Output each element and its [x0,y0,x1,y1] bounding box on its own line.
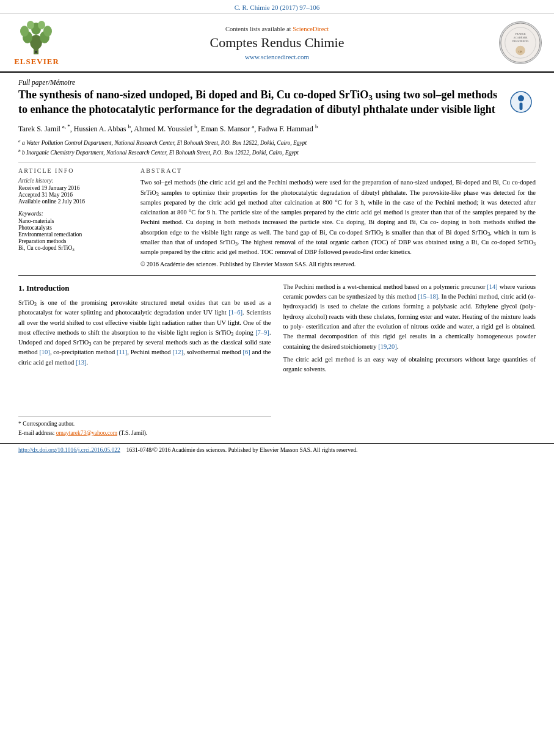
intro-para-2: The Pechini method is a wet-chemical met… [283,282,536,352]
info-abstract-columns: ARTICLE INFO Article history: Received 1… [18,167,536,269]
introduction-left-col: 1. Introduction SrTiO3 is one of the pro… [18,282,271,437]
journal-header: ELSEVIER Contents lists available at Sci… [0,14,554,73]
introduction-right-col: The Pechini method is a wet-chemical met… [283,282,536,437]
ref-19-20[interactable]: [19,20] [378,343,397,350]
svg-text:ACADÉMIE: ACADÉMIE [513,36,527,39]
abstract-header: ABSTRACT [140,167,536,174]
right-journal-logo: FRANCE ACADÉMIE DES SCIENCES CR [493,21,542,64]
affiliations: a a Water Pollution Control Department, … [18,139,536,158]
footnote-area: * Corresponding author. E-mail address: … [18,416,271,437]
contents-available-line: Contents lists available at ScienceDirec… [61,26,493,32]
email-name: (T.S. Jamil). [118,430,147,436]
keyword-4: Preparation methods [18,238,128,244]
svg-point-5 [43,26,52,37]
accepted-date: Accepted 31 May 2016 [18,192,128,198]
abstract-column: ABSTRACT Two sol–gel methods (the citric… [140,167,536,269]
available-date: Available online 2 July 2016 [18,198,128,205]
elsevier-wordmark: ELSEVIER [14,57,59,67]
history-label: Article history: [18,178,128,184]
svg-point-9 [35,51,37,53]
journal-seal: FRANCE ACADÉMIE DES SCIENCES CR [499,21,542,64]
keywords-block: Keywords: Nano-materials Photocatalysts … [18,211,128,251]
received-date: Received 19 January 2016 [18,185,128,191]
svg-point-18 [518,95,524,101]
svg-text:DES SCIENCES: DES SCIENCES [512,40,529,43]
ref-14[interactable]: [14] [487,283,498,290]
bottom-bar: http://dx.doi.org/10.1016/j.crci.2016.05… [0,443,554,455]
ref-12[interactable]: [12] [172,349,183,355]
issn-text: 1631-0748/© 2016 Académie des sciences. … [126,447,357,453]
ref-10[interactable]: [10] [39,349,50,355]
citation-bar: C. R. Chimie 20 (2017) 97–106 [0,0,554,14]
svg-point-8 [38,21,45,29]
citation-text: C. R. Chimie 20 (2017) 97–106 [235,4,320,11]
email-label: E-mail address: [18,430,56,436]
paper-type: Full paper/Mémoire [18,75,536,87]
article-info-header: ARTICLE INFO [18,167,128,174]
introduction-section: 1. Introduction SrTiO3 is one of the pro… [18,282,536,437]
keywords-label: Keywords: [18,211,128,217]
keyword-1: Nano-materials [18,218,128,224]
svg-text:FRANCE: FRANCE [515,32,526,35]
ref-13[interactable]: [13] [76,359,87,366]
keyword-2: Photocatalysts [18,225,128,231]
keyword-3: Environmental remediation [18,231,128,238]
svg-point-4 [20,26,29,37]
article-history-block: Article history: Received 19 January 201… [18,178,128,205]
copyright-notice: © 2016 Académie des sciences. Published … [140,260,536,269]
corresponding-author-note: * Corresponding author. [18,420,271,429]
crossmark-badge[interactable] [506,87,536,117]
email-link[interactable]: omaytarek73@yahoo.com [56,430,117,436]
elsevier-logo: ELSEVIER [12,19,61,67]
crossmark-icon [510,91,532,113]
abstract-body: Two sol–gel methods (the citric acid gel… [140,178,536,269]
svg-rect-19 [520,103,523,110]
ref-6[interactable]: [6] [243,349,250,355]
ref-7-9[interactable]: [7–9] [255,329,269,336]
svg-point-7 [27,21,34,29]
article-title: The synthesis of nano-sized undoped, Bi … [18,87,536,117]
journal-url[interactable]: www.sciencedirect.com [61,53,493,60]
ref-1-6[interactable]: [1–6] [228,309,242,316]
ref-15-18[interactable]: [15–18] [418,293,438,300]
journal-center-info: Contents lists available at ScienceDirec… [61,26,493,60]
authors-line: Tarek S. Jamil a, *, Hussien A. Abbas b,… [18,123,536,135]
divider-1 [18,162,536,162]
intro-heading: 1. Introduction [18,282,271,294]
affiliation-a: a a Water Pollution Control Department, … [18,139,536,147]
intro-para-1: SrTiO3 is one of the promising perovskit… [18,298,271,368]
journal-seal-icon: FRANCE ACADÉMIE DES SCIENCES CR [500,21,541,64]
email-note: E-mail address: omaytarek73@yahoo.com (T… [18,429,271,438]
doi-link[interactable]: http://dx.doi.org/10.1016/j.crci.2016.05… [18,447,120,453]
intro-para-3: The citric acid gel method is an easy wa… [283,355,536,375]
sciencedirect-link[interactable]: ScienceDirect [293,26,329,32]
divider-thick [18,275,536,276]
abstract-paragraph: Two sol–gel methods (the citric acid gel… [140,178,536,257]
ref-11[interactable]: [11] [117,349,127,355]
affiliation-b: b b Inorganic Chemistry Department, Nati… [18,148,536,157]
keyword-5: Bi, Cu co-doped SrTiO3 [18,245,128,251]
journal-title: Comptes Rendus Chimie [61,35,493,51]
elsevier-tree-icon [12,19,61,56]
svg-text:CR: CR [519,50,523,53]
article-info-column: ARTICLE INFO Article history: Received 1… [18,167,128,269]
